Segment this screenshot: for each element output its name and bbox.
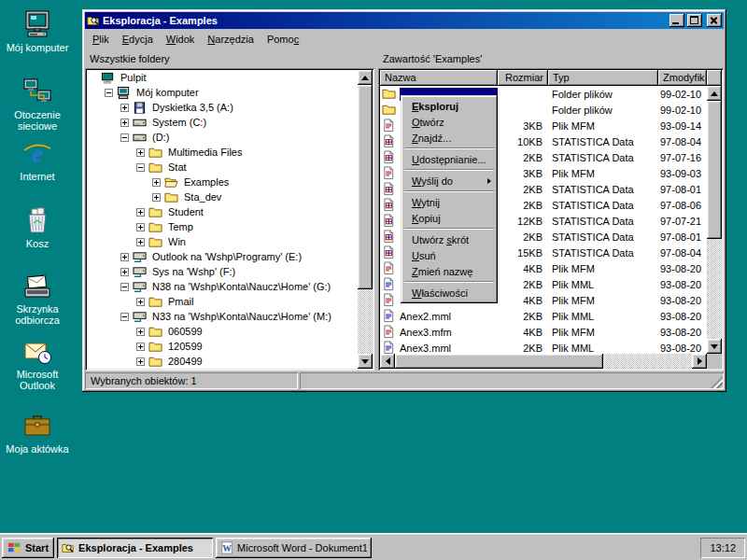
status-cell-secondary bbox=[300, 372, 724, 389]
context-menu-item-udost-pnianie[interactable]: Udostępnianie... bbox=[403, 151, 495, 167]
context-menu-item-zmie-nazw[interactable]: Zmień nazwę bbox=[403, 263, 495, 279]
desktop-icon-otoczenie-sieciowe[interactable]: Otoczenie sieciowe bbox=[6, 77, 69, 132]
tree-item-m-j-komputer[interactable]: Mój komputer bbox=[87, 85, 358, 100]
context-menu-item-kopiuj[interactable]: Kopiuj bbox=[403, 210, 495, 226]
tree-item-temp[interactable]: Temp bbox=[87, 219, 358, 234]
tree-item-sys-na-wshp-f[interactable]: Sys na 'Wshp' (F:) bbox=[87, 264, 358, 279]
tree-item-n33-na-wshp-konta-naucz-home-m[interactable]: N33 na 'Wshp\Konta\Naucz\Home' (M:) bbox=[87, 309, 358, 324]
expander-plus-icon[interactable] bbox=[152, 193, 161, 202]
list-scroll-down-button[interactable] bbox=[707, 339, 722, 354]
expander-plus-icon[interactable] bbox=[136, 298, 145, 306]
tree-item-stat[interactable]: Stat bbox=[87, 160, 358, 175]
tree-item-120599[interactable]: 120599 bbox=[87, 339, 358, 354]
desktop-icon-moja-akt-wka[interactable]: Moja aktówka bbox=[6, 411, 69, 455]
taskbar-task-eksploracja-examples[interactable]: Eksploracja - Examples bbox=[57, 538, 213, 558]
tree-item-dyskietka-3-5-a[interactable]: Dyskietka 3,5 (A:) bbox=[87, 100, 358, 115]
expander-plus-icon[interactable] bbox=[136, 238, 145, 246]
expander-minus-icon[interactable] bbox=[120, 133, 129, 142]
tree-scroll-up-button[interactable] bbox=[358, 70, 373, 85]
expander-plus-icon[interactable] bbox=[120, 253, 129, 261]
expander-minus-icon[interactable] bbox=[105, 89, 113, 97]
tree-item-system-c[interactable]: System (C:) bbox=[87, 115, 358, 130]
file-row-anex3-mfm[interactable]: Anex3.mfm4KBPlik MFM93-08-20 bbox=[380, 324, 707, 340]
svg-text:W: W bbox=[222, 542, 232, 553]
list-hscroll-thumb[interactable] bbox=[395, 354, 603, 369]
context-menu-item-w-a-ciwo-ci[interactable]: Właściwości bbox=[403, 285, 495, 301]
expander-plus-icon[interactable] bbox=[136, 223, 145, 231]
list-scroll-track[interactable] bbox=[707, 101, 722, 339]
list-scroll-thumb[interactable] bbox=[707, 101, 722, 239]
menubar-item-plik[interactable]: Plik bbox=[86, 31, 116, 48]
context-menu-item-znajd[interactable]: Znajdź... bbox=[403, 130, 495, 146]
context-menu-item-eksploruj[interactable]: Eksploruj bbox=[403, 98, 495, 114]
menubar-item-pomoc[interactable]: Pomoc bbox=[261, 31, 305, 48]
desktop-icon-microsoft-outlook[interactable]: Microsoft Outlook bbox=[6, 336, 69, 391]
file-size: 2KB bbox=[498, 184, 548, 195]
desktop-icon-internet[interactable]: eInternet bbox=[6, 138, 69, 182]
menubar-item-narz-dzia[interactable]: Narzędzia bbox=[201, 31, 261, 48]
expander-plus-icon[interactable] bbox=[136, 328, 145, 336]
tree-item-label: 060599 bbox=[166, 326, 204, 337]
tree-vertical-scrollbar[interactable] bbox=[358, 70, 373, 369]
tree-item-multimedia-files[interactable]: Multimedia Files bbox=[87, 145, 358, 160]
desktop-icon-m-j-komputer[interactable]: Mój komputer bbox=[6, 9, 69, 53]
minimize-button[interactable] bbox=[669, 14, 684, 27]
tree-scroll-thumb[interactable] bbox=[358, 85, 373, 289]
list-vertical-scrollbar[interactable] bbox=[707, 86, 722, 354]
tree-item-sta-dev[interactable]: Sta_dev bbox=[87, 189, 358, 204]
tree-item-n38-na-wshp-konta-naucz-home-g[interactable]: N38 na 'Wshp\Konta\Naucz\Home' (G:) bbox=[87, 279, 358, 294]
list-scroll-left-button[interactable] bbox=[380, 354, 395, 369]
list-scroll-up-button[interactable] bbox=[707, 86, 722, 101]
close-button[interactable] bbox=[707, 14, 722, 27]
context-menu-item-wy-lij-do[interactable]: Wyślij do bbox=[403, 173, 495, 189]
expander-minus-icon[interactable] bbox=[120, 283, 129, 291]
expander-plus-icon[interactable] bbox=[136, 343, 145, 351]
context-menu-item-otw-rz[interactable]: Otwórz bbox=[403, 114, 495, 130]
expander-plus-icon[interactable] bbox=[120, 268, 129, 276]
tree-item-pmail[interactable]: Pmail bbox=[87, 294, 358, 309]
file-modified: 93-08-20 bbox=[658, 279, 707, 290]
expander-plus-icon[interactable] bbox=[120, 119, 129, 127]
expander-plus-icon[interactable] bbox=[136, 357, 145, 366]
maximize-button[interactable] bbox=[687, 14, 702, 27]
taskbar-task-microsoft-word-dokument1[interactable]: WMicrosoft Word - Dokument1 bbox=[216, 538, 372, 558]
tree-item-pulpit[interactable]: Pulpit bbox=[87, 70, 358, 85]
tree-item-060599[interactable]: 060599 bbox=[87, 324, 358, 339]
tree-scroll-track[interactable] bbox=[358, 85, 373, 354]
menubar-item-widok[interactable]: Widok bbox=[160, 31, 202, 48]
tree-item-label: Dyskietka 3,5 (A:) bbox=[150, 102, 235, 113]
expander-plus-icon[interactable] bbox=[120, 104, 129, 112]
context-menu-item-wytnij[interactable]: Wytnij bbox=[403, 194, 495, 210]
expander-minus-icon[interactable] bbox=[120, 313, 129, 321]
file-row-anex2-mml[interactable]: Anex2.mml2KBPlik MML93-08-20 bbox=[380, 308, 707, 324]
tree-item-student[interactable]: Student bbox=[87, 204, 358, 219]
column-header-typ[interactable]: Typ bbox=[548, 70, 658, 86]
menubar-item-edycja[interactable]: Edycja bbox=[116, 31, 160, 48]
outlook-icon bbox=[22, 336, 52, 366]
expander-plus-icon[interactable] bbox=[136, 208, 145, 217]
tree-item-outlook-na-wshp-programy-e[interactable]: Outlook na 'Wshp\Programy' (E:) bbox=[87, 249, 358, 264]
column-header-rozmiar[interactable]: Rozmiar bbox=[498, 70, 548, 86]
expander-minus-icon[interactable] bbox=[136, 163, 145, 172]
expander-plus-icon[interactable] bbox=[136, 148, 145, 157]
start-button[interactable]: Start bbox=[2, 538, 54, 558]
list-hscroll-track[interactable] bbox=[395, 354, 692, 369]
file-row-anex3-mml[interactable]: Anex3.mml2KBPlik MML93-08-20 bbox=[380, 340, 707, 354]
column-header-nazwa[interactable]: Nazwa bbox=[380, 70, 498, 86]
list-horizontal-scrollbar[interactable] bbox=[380, 354, 707, 369]
desktop-icon-kosz[interactable]: Kosz bbox=[6, 205, 69, 249]
context-menu-item-utw-rz-skr-t[interactable]: Utwórz skrót bbox=[403, 231, 495, 247]
titlebar[interactable]: Eksploracja - Examples bbox=[85, 12, 724, 29]
tree-scroll-down-button[interactable] bbox=[358, 354, 373, 369]
column-header-zmodyfik[interactable]: Zmodyfik bbox=[658, 70, 707, 86]
tree-item-d[interactable]: (D:) bbox=[87, 130, 358, 145]
tree-item-examples[interactable]: Examples bbox=[87, 175, 358, 189]
desktop-icon-skrzynka-odbiorcza[interactable]: Skrzynka odbiorcza bbox=[6, 271, 69, 326]
list-scroll-right-button[interactable] bbox=[692, 354, 707, 369]
context-menu-item-usu[interactable]: Usuń bbox=[403, 247, 495, 263]
tree-item-280499[interactable]: 280499 bbox=[87, 354, 358, 369]
doc-mfm-icon bbox=[382, 261, 396, 275]
file-type: STATISTICA Data bbox=[548, 200, 658, 211]
expander-plus-icon[interactable] bbox=[152, 178, 161, 187]
tree-item-win[interactable]: Win bbox=[87, 234, 358, 249]
